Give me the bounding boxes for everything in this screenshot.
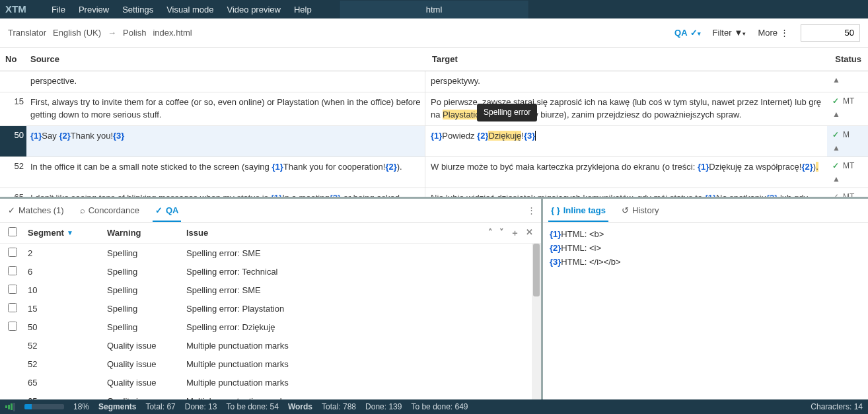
qa-col-warning[interactable]: Warning (107, 228, 186, 238)
tab-inline-tags[interactable]: { }Inline tags (548, 200, 608, 222)
segment-no: 52 (0, 157, 26, 188)
close-icon[interactable]: ✕ (526, 227, 533, 239)
role-label: Translator (8, 28, 46, 38)
app-logo: XTM (5, 4, 37, 15)
tab-icon: ↺ (622, 205, 629, 215)
qa-col-issue[interactable]: Issue (186, 228, 488, 238)
nav-down-icon[interactable]: ˅ (499, 227, 504, 239)
target-lang[interactable]: Polish (123, 28, 146, 38)
qa-warn: Quality issue (107, 341, 186, 351)
status-label: M (843, 130, 850, 139)
tab-icon: ✓ (155, 205, 163, 215)
source-cell[interactable]: I don't like seeing tens of blinking mes… (26, 188, 425, 197)
tab-concordance[interactable]: ⌕Concordance (77, 200, 142, 221)
qa-issue: Spelling error: Technical (186, 267, 533, 277)
qa-seg: 52 (28, 359, 107, 369)
qa-row-checkbox[interactable] (8, 285, 17, 294)
segment-number-input[interactable] (801, 24, 860, 42)
progress-bar (24, 404, 64, 409)
menu-settings[interactable]: Settings (116, 5, 160, 15)
qa-table-header: Segment ▼ Warning Issue ˄ ˅ ＋ ✕ (0, 223, 541, 244)
sub-toolbar: Translator English (UK) → Polish index.h… (0, 18, 868, 48)
tab-matches-[interactable]: ✓Matches (1) (5, 200, 67, 221)
qa-row-checkbox[interactable] (8, 266, 17, 275)
menu-visual-mode[interactable]: Visual mode (160, 5, 220, 15)
filter-button[interactable]: Filter ▼▾ (713, 28, 746, 38)
qa-row[interactable]: 52Quality issueMultiple punctuation mark… (0, 336, 541, 355)
spelling-tooltip: Spelling error (477, 104, 537, 121)
char-count: Characters: 14 (811, 402, 863, 411)
segment-rows: perspective.perspektywy.▲15First, always… (0, 71, 868, 197)
qa-issue: Multiple punctuation marks (186, 378, 533, 388)
segment-row[interactable]: 50{1}Say {2}Thank you!{3}Spelling error{… (0, 126, 868, 157)
right-panel: { }Inline tags↺History {1}HTML: <b>{2}HT… (543, 199, 868, 401)
menu-preview[interactable]: Preview (72, 5, 116, 15)
add-icon[interactable]: ＋ (511, 227, 519, 239)
qa-row-checkbox[interactable] (8, 322, 17, 331)
qa-row[interactable]: 15SpellingSpelling error: Playstation (0, 299, 541, 318)
qa-button[interactable]: QA ✓▾ (674, 28, 701, 38)
target-cell[interactable]: perspektywy. (425, 71, 827, 92)
nav-up-icon[interactable]: ˄ (488, 227, 493, 239)
target-cell[interactable]: W biurze może to być mała karteczka przy… (425, 157, 827, 188)
col-no-header: No (0, 54, 26, 64)
source-cell[interactable]: First, always try to invite them for a c… (26, 92, 425, 125)
qa-row[interactable]: 50SpellingSpelling error: Dziękuję (0, 318, 541, 336)
menu-file[interactable]: File (45, 5, 72, 15)
scrollbar[interactable] (532, 244, 541, 401)
target-cell[interactable]: Nie lubię widzieć dziesiątek migających … (425, 188, 827, 197)
status-label: MT (843, 96, 854, 106)
segment-row[interactable]: 15First, always try to invite them for a… (0, 92, 868, 126)
more-button[interactable]: More ⋮ (758, 28, 789, 38)
inline-tag: {3} (113, 131, 124, 141)
qa-row[interactable]: 65Quality issueMultiple punctuation mark… (0, 373, 541, 392)
qa-row-checkbox[interactable] (8, 248, 17, 257)
select-all-checkbox[interactable] (8, 227, 17, 236)
inline-tag: {1} (698, 162, 709, 172)
left-panel: ✓Matches (1)⌕Concordance✓QA⋮ Segment ▼ W… (0, 199, 543, 401)
inline-tag: {2} (59, 131, 70, 141)
qa-row[interactable]: 6SpellingSpelling error: Technical (0, 262, 541, 281)
top-menu-bar: XTM FilePreviewSettingsVisual modeVideo … (0, 0, 868, 18)
document-tab[interactable]: html (340, 1, 528, 18)
segment-no: 15 (0, 92, 26, 125)
menu-video-preview[interactable]: Video preview (221, 5, 287, 15)
tab-history[interactable]: ↺History (619, 200, 661, 221)
qa-seg: 6 (28, 267, 107, 277)
tab-qa[interactable]: ✓QA (153, 200, 182, 222)
menu-help[interactable]: Help (287, 5, 318, 15)
status-label: MT (843, 161, 854, 170)
words-done: Done: 139 (365, 402, 402, 411)
check-icon: ✓ (832, 161, 839, 170)
source-cell[interactable]: {1}Say {2}Thank you!{3} (26, 126, 425, 156)
panel-menu-icon[interactable]: ⋮ (527, 205, 536, 215)
source-cell[interactable]: perspective. (26, 71, 425, 92)
words-total: Total: 788 (322, 402, 356, 411)
segment-row[interactable]: 52In the office it can be a small note s… (0, 157, 868, 188)
qa-issue: Spelling error: Dziękuję (186, 322, 533, 332)
inline-tag-entry: {2}HTML: <i> (550, 242, 861, 256)
tab-icon: { } (551, 205, 560, 215)
highlight: . (816, 162, 818, 172)
source-lang[interactable]: English (UK) (53, 28, 101, 38)
status-footer: 18% Segments Total: 67 Done: 13 To be do… (0, 399, 868, 414)
qa-seg: 52 (28, 341, 107, 351)
qa-col-segment[interactable]: Segment ▼ (28, 228, 107, 238)
col-source-header: Source (26, 54, 425, 64)
qa-row[interactable]: 10SpellingSpelling error: SME (0, 281, 541, 299)
segment-row[interactable]: perspective.perspektywy.▲ (0, 71, 868, 92)
qa-warn: Spelling (107, 304, 186, 314)
target-cell[interactable]: Spelling error{1}Powiedz {2}Dziękuję!{3} (425, 126, 827, 156)
status-cell: ✓MT▲ (827, 92, 868, 125)
qa-warn: Spelling (107, 322, 186, 332)
qa-row[interactable]: 2SpellingSpelling error: SME (0, 244, 541, 262)
inline-tag: {2} (385, 162, 396, 172)
qa-row[interactable]: 52Quality issueMultiple punctuation mark… (0, 355, 541, 373)
qa-row-checkbox[interactable] (8, 303, 17, 312)
qa-issue: Multiple punctuation marks (186, 341, 533, 351)
status-cell: ✓MT▲ (827, 188, 868, 197)
file-name: index.html (153, 28, 192, 38)
qa-issue: Spelling error: SME (186, 285, 533, 295)
segment-row[interactable]: 65I don't like seeing tens of blinking m… (0, 188, 868, 197)
source-cell[interactable]: In the office it can be a small note sti… (26, 157, 425, 188)
